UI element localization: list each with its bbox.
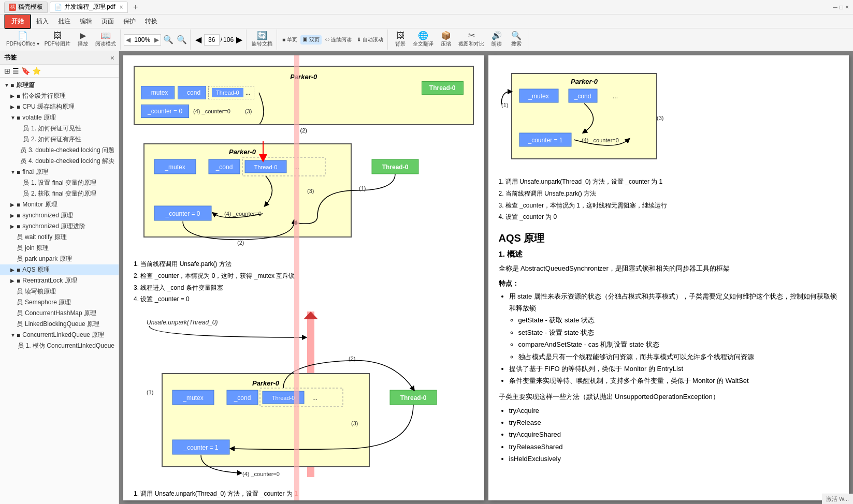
menu-edit[interactable]: 编辑 [76, 16, 96, 27]
maximize-btn[interactable]: □ [840, 4, 843, 11]
search-btn[interactable]: 🔍搜索 [507, 31, 526, 49]
sidebar-icons: ⊞ ☰ 🔖 ⭐ [0, 65, 119, 78]
tool-group-view: ■ 单页 ▣ 双页 ⇔ 连续阅读 ⬇ 自动滚动 [278, 29, 388, 50]
parker-box-1: Parker-0 _mutex _cond Thread-0 ... [134, 66, 474, 125]
app1-tab[interactable]: 稿 稿壳模板 [4, 2, 48, 13]
tree-item-v3[interactable]: 员3. double-checked locking 问题 [0, 145, 119, 156]
tree-item-sync-adv[interactable]: ▶■synchronized 原理进阶 [0, 221, 119, 232]
arrow-icon: ▼ [10, 169, 17, 175]
svg-text:_mutex: _mutex [528, 93, 548, 100]
tree-item-waitnotify[interactable]: 员wait notify 原理 [0, 232, 119, 243]
pdf-viewer[interactable]: Parker-0 _mutex _cond Thread-0 ... [119, 51, 853, 504]
zoom-down-icon[interactable]: ◀ [124, 36, 132, 43]
tree-item-f2[interactable]: 员2. 获取 final 变量的原理 [0, 188, 119, 199]
tree-item-v1[interactable]: 员1. 如何保证可见性 [0, 123, 119, 134]
menu-insert[interactable]: 插入 [32, 16, 53, 27]
svg-text:(4) _counter=0: (4) _counter=0 [224, 211, 262, 217]
svg-text:_mutex: _mutex [164, 164, 185, 171]
menu-convert[interactable]: 转换 [141, 16, 162, 27]
next-page-btn[interactable]: ▶ [235, 35, 244, 45]
tree-item-chm[interactable]: 员ConcurrentHashMap 原理 [0, 308, 119, 319]
auto-scroll-btn[interactable]: ⬇ 自动滚动 [355, 35, 385, 45]
screenshot-btn[interactable]: ✂截图和对比 [456, 31, 486, 49]
tree-item-monitor[interactable]: ▶■Monitor 原理 [0, 199, 119, 210]
tree-item-final[interactable]: ▼■final 原理 [0, 167, 119, 177]
bookmark-icon3[interactable]: 🔖 [21, 67, 30, 75]
sidebar-close-btn[interactable]: × [110, 54, 114, 62]
tree-item-v4[interactable]: 员4. double-checked locking 解决 [0, 156, 119, 167]
tree-item-reentrant[interactable]: ▶■ReentrantLock 原理 [0, 275, 119, 286]
tree-item-rwlock[interactable]: 员读写锁原理 [0, 286, 119, 297]
bg-btn[interactable]: 🖼背景 [391, 31, 410, 49]
prev-page-btn[interactable]: ◀ [194, 35, 203, 45]
pdf-page-left: Parker-0 _mutex _cond Thread-0 ... [123, 55, 484, 500]
tree-item-clq[interactable]: ▼■ConcurrentLinkedQueue 原理 [0, 330, 119, 340]
tree-item-aqs[interactable]: ▶■AQS 原理 [0, 264, 119, 275]
double-page-btn[interactable]: ▣ 双页 [300, 35, 322, 45]
item-label: LinkedBlockingQueue 原理 [25, 320, 99, 329]
tree-item-root[interactable]: ▼■原理篇 [0, 80, 119, 91]
play-icon: ▶ [80, 32, 86, 40]
app2-tab[interactable]: 📄 并发编程_原理.pdf × [50, 2, 128, 13]
page-input[interactable] [204, 34, 220, 46]
tree-item-join[interactable]: 员join 原理 [0, 243, 119, 254]
read-btn[interactable]: 🔊朗读 [487, 31, 506, 49]
methods-list: tryAcquire tryRelease tryAcquireShared t… [509, 405, 839, 465]
tree-item-lbq[interactable]: 员LinkedBlockingQueue 原理 [0, 319, 119, 330]
play-btn[interactable]: ▶播放 [74, 31, 92, 49]
bg-icon: 🖼 [396, 32, 404, 40]
close-btn[interactable]: × [845, 4, 849, 11]
item-label: 1. 模仿 ConcurrentLinkedQueue [26, 342, 114, 350]
tree-item-park[interactable]: 员park unpark 原理 [0, 254, 119, 264]
tree-item-v2[interactable]: 员2. 如何保证有序性 [0, 134, 119, 145]
bookmark-icon2[interactable]: ☰ [12, 67, 19, 75]
tree-item-clq1[interactable]: 员1. 模仿 ConcurrentLinkedQueue [0, 340, 119, 351]
tree-item-cpu[interactable]: ▶■CPU 缓存结构原理 [0, 101, 119, 112]
bullet: ■ [17, 103, 20, 111]
item-label: wait notify 原理 [25, 233, 67, 242]
single-page-btn[interactable]: ■ 单页 [280, 35, 299, 45]
compress-btn[interactable]: 📦压缩 [437, 31, 455, 49]
tree-item-f1[interactable]: 员1. 设置 final 变量的原理 [0, 177, 119, 188]
start-button[interactable]: 开始 [4, 14, 31, 29]
method-tryAcquire: tryAcquire [509, 405, 839, 417]
rotate-btn[interactable]: 🔄旋转文档 [250, 31, 274, 49]
zoom-in-btn[interactable]: 🔍 [176, 35, 188, 45]
item-label: 2. 获取 final 变量的原理 [31, 189, 96, 198]
pdf-to-image-btn[interactable]: 🖼PDF转图片 [42, 31, 73, 49]
zoom-input[interactable] [132, 36, 153, 43]
translate-icon: 🌐 [418, 32, 428, 40]
pdf-to-office-btn[interactable]: 📄PDF转Office ▾ [4, 31, 41, 49]
minimize-btn[interactable]: ─ [833, 4, 837, 11]
read-mode-btn[interactable]: 📖阅读模式 [93, 31, 118, 49]
thread-green-1-wrapper: Thread-0 [422, 81, 464, 95]
tab-add[interactable]: + [130, 2, 141, 13]
svg-text:Thread-0: Thread-0 [272, 395, 295, 401]
bookmark-icon4[interactable]: ⭐ [32, 67, 41, 75]
tree-item-semaphore[interactable]: 员Semaphore 原理 [0, 297, 119, 308]
svg-text:...: ... [312, 394, 317, 402]
tree-item-volatile[interactable]: ▼■volatile 原理 [0, 112, 119, 123]
zoom-out-btn[interactable]: 🔍 [162, 35, 175, 45]
arrow-icon: ▶ [10, 267, 17, 273]
translate-btn[interactable]: 🌐全文翻译 [411, 31, 436, 49]
zoom-box[interactable]: ◀ ▶ [124, 34, 161, 46]
notes1: 1. 当前线程调用 Unsafe.park() 方法 2. 检查 _counte… [134, 258, 474, 305]
zoom-up-icon[interactable]: ▶ [153, 36, 161, 43]
bookmark-icon1[interactable]: ⊞ [4, 67, 10, 75]
arrow2-label-1: (2) [134, 127, 474, 134]
bullet: ■ [17, 169, 20, 176]
tab-close[interactable]: × [120, 4, 123, 11]
svg-text:_cond: _cond [215, 164, 233, 171]
app1-icon: 稿 [9, 4, 16, 11]
tree-item-instruction[interactable]: ▶■指令级并行原理 [0, 91, 119, 101]
counter-box-1: _counter = 0 [141, 105, 189, 118]
titlebar: 稿 稿壳模板 📄 并发编程_原理.pdf × + ─ □ × [0, 0, 853, 14]
menu-page[interactable]: 页面 [97, 16, 118, 27]
continuous-btn[interactable]: ⇔ 连续阅读 [323, 35, 354, 45]
menu-protect[interactable]: 保护 [119, 16, 140, 27]
parker-row1: _mutex _cond Thread-0 ... [141, 86, 467, 99]
menu-annotate[interactable]: 批注 [54, 16, 75, 27]
tree-item-sync[interactable]: ▶■synchronized 原理 [0, 210, 119, 221]
note-r4: 4. 设置 _counter 为 0 [499, 211, 839, 223]
